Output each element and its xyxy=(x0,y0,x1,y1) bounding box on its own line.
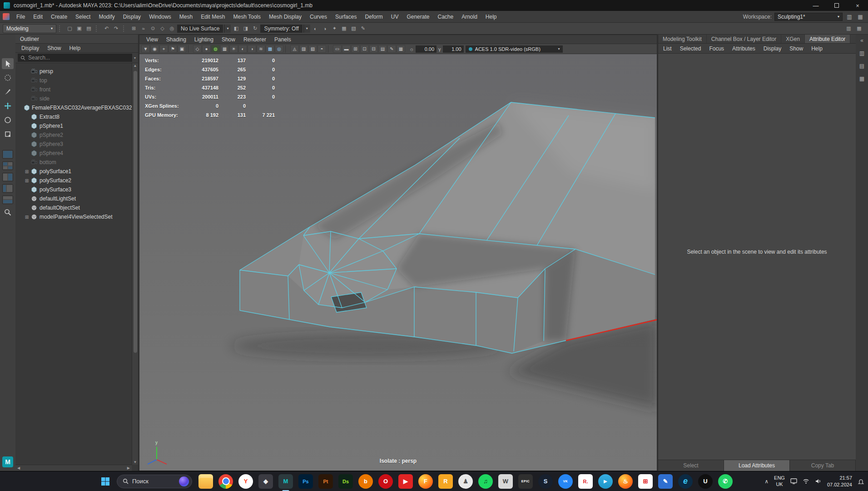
new-scene-icon[interactable]: ▢ xyxy=(65,24,74,33)
lasso-tool[interactable] xyxy=(2,72,14,83)
menubar-item[interactable]: Mesh Display xyxy=(265,14,306,20)
wireframe-icon[interactable]: ◇ xyxy=(193,45,202,53)
network-icon[interactable] xyxy=(803,478,809,484)
attribute-editor-menu-item[interactable]: Help xyxy=(807,45,827,52)
undo-icon[interactable]: ↶ xyxy=(102,24,111,33)
separator[interactable] xyxy=(285,45,288,53)
sidebar-tab[interactable]: Modeling Toolkit xyxy=(658,35,707,43)
outliner-item[interactable]: ⊞ modelPanel4ViewSelectedSet xyxy=(18,212,132,221)
viewport-menu-item[interactable]: Panels xyxy=(270,36,295,43)
menubar-item[interactable]: UV xyxy=(387,14,403,20)
viewport-canvas[interactable]: Verts: 219012 137 0 Edges: 437605 265 0 xyxy=(139,54,657,471)
menubar-item[interactable]: Deform xyxy=(361,14,387,20)
viewport-menu-item[interactable]: Shading xyxy=(162,36,190,43)
menubar-item[interactable]: Cache xyxy=(433,14,457,20)
outliner-item[interactable]: pSphere2 xyxy=(18,130,132,140)
separator[interactable] xyxy=(96,25,99,32)
menubar-item[interactable]: Mesh Tools xyxy=(229,14,265,20)
spotify-icon[interactable]: ♫ xyxy=(478,474,493,489)
display-layers-icon[interactable]: ▦ xyxy=(340,24,348,33)
menubar-item[interactable]: Display xyxy=(119,14,145,20)
substance-designer-icon[interactable]: Ds xyxy=(338,474,353,489)
expand-toggle[interactable]: ⊞ xyxy=(24,215,30,220)
snap-to-curves-icon[interactable]: ≈ xyxy=(139,24,148,33)
outliner-item[interactable]: defaultObjectSet xyxy=(18,203,132,212)
lock-camera-icon[interactable]: ◉ xyxy=(150,45,159,53)
chrome-icon[interactable] xyxy=(218,474,233,489)
select-camera-icon[interactable]: ▼ xyxy=(141,45,150,53)
attribute-editor-menu-item[interactable]: List xyxy=(659,45,676,52)
hud-toggle-icon[interactable]: ▤ xyxy=(378,45,387,53)
attribute-editor-menu-item[interactable]: Focus xyxy=(705,45,728,52)
show-attribute-editor-icon[interactable]: ▥ xyxy=(844,24,853,33)
construction-history-icon[interactable]: ↻ xyxy=(251,24,259,33)
depth-of-field-icon[interactable]: ◎ xyxy=(275,45,283,53)
youtube-icon[interactable]: ▶ xyxy=(398,474,413,489)
snap-to-grids-icon[interactable]: ⊞ xyxy=(129,24,138,33)
attribute-editor-menu-item[interactable]: Selected xyxy=(676,45,705,52)
exposure-icon[interactable]: ☼ xyxy=(409,46,414,52)
snap-to-view-planes-icon[interactable]: ◇ xyxy=(158,24,167,33)
outliner-item[interactable]: Extract8 xyxy=(18,112,132,121)
output-connections-icon[interactable]: ◨ xyxy=(241,24,250,33)
workspace-docking-icon[interactable]: ▥ xyxy=(845,13,853,21)
ipr-render-icon[interactable]: ◑ xyxy=(321,24,329,33)
outliner-item[interactable]: polySurface3 xyxy=(18,185,132,194)
menubar-item[interactable]: Mesh xyxy=(175,14,197,20)
fire-app-icon[interactable]: ♨ xyxy=(618,474,633,489)
sidebar-tab[interactable]: XGen xyxy=(781,35,805,43)
menubar-item[interactable]: Curves xyxy=(306,14,331,20)
edge-icon[interactable]: e xyxy=(678,474,693,489)
render-settings-icon[interactable]: ✦ xyxy=(330,24,339,33)
viewport-menu-item[interactable]: Show xyxy=(218,36,239,43)
outliner-menu-item[interactable]: Display xyxy=(17,45,43,51)
menu-set-dropdown[interactable]: Modeling ▾ xyxy=(3,24,56,33)
attribute-editor-menu-item[interactable]: Attributes xyxy=(728,45,759,52)
viewport-menu-item[interactable]: Lighting xyxy=(190,36,218,43)
outliner-item[interactable]: ⊞ polySurface1 xyxy=(18,167,132,176)
photoshop-icon[interactable]: Ps xyxy=(298,474,313,489)
resolution-gate-icon[interactable]: ▭ xyxy=(333,45,342,53)
vk-icon[interactable]: VK xyxy=(558,474,573,489)
show-modeling-toolkit-icon[interactable]: ▦ xyxy=(855,24,863,33)
select-tool[interactable] xyxy=(2,58,14,69)
menubar-item[interactable]: Select xyxy=(71,14,94,20)
firefox-icon[interactable]: F xyxy=(418,474,433,489)
scrollbar-thumb[interactable] xyxy=(134,71,137,353)
use-all-lights-icon[interactable]: ☀ xyxy=(229,45,238,53)
xray-icon[interactable]: ▨ xyxy=(299,45,308,53)
close-button[interactable]: × xyxy=(847,0,868,11)
wallpaper-engine-icon[interactable]: W xyxy=(498,474,513,489)
menubar-item[interactable]: Windows xyxy=(145,14,175,20)
display-icon[interactable] xyxy=(790,478,797,484)
pureref-icon[interactable]: ◆ xyxy=(258,474,273,489)
input-connections-icon[interactable]: ◧ xyxy=(232,24,240,33)
layout-single-pane-button[interactable] xyxy=(2,150,13,159)
outliner-item[interactable]: bottom xyxy=(18,158,132,167)
separator[interactable] xyxy=(188,45,191,53)
workspace-dropdown[interactable]: Sculpting1* ▾ xyxy=(774,13,843,21)
isolate-select-icon[interactable]: ◬ xyxy=(290,45,299,53)
gamma-icon[interactable]: γ xyxy=(438,46,441,52)
textured-icon[interactable]: ▦ xyxy=(220,45,229,53)
symmetry-field[interactable]: Symmetry: Off xyxy=(260,25,302,33)
outliner-menu-item[interactable]: Help xyxy=(65,45,84,51)
unreal-engine-icon[interactable]: U xyxy=(698,474,713,489)
outliner-item[interactable]: pSphere3 xyxy=(18,140,132,149)
menubar-item[interactable]: Surfaces xyxy=(331,14,361,20)
outliner-item[interactable]: top xyxy=(18,76,132,85)
live-surface-dropdown-arrow[interactable]: ▾ xyxy=(224,25,231,33)
notifications-icon[interactable] xyxy=(858,478,864,485)
collapse-panel-icon[interactable]: « xyxy=(858,36,866,45)
multisample-icon[interactable]: ▩ xyxy=(266,45,274,53)
krita-icon[interactable]: ✎ xyxy=(658,474,673,489)
open-scene-icon[interactable]: ▣ xyxy=(75,24,84,33)
bookmarks-icon[interactable]: ⚑ xyxy=(169,45,177,53)
menubar-item[interactable]: Modify xyxy=(94,14,119,20)
smooth-shade-icon[interactable]: ● xyxy=(202,45,211,53)
image-plane-icon[interactable]: ▣ xyxy=(178,45,186,53)
clock[interactable]: 21:57 07.02.2024 xyxy=(827,475,852,488)
menubar-item[interactable]: Arnold xyxy=(457,14,481,20)
rotate-tool[interactable] xyxy=(2,115,14,125)
channel-box-toggle-icon[interactable]: ▦ xyxy=(858,75,866,83)
